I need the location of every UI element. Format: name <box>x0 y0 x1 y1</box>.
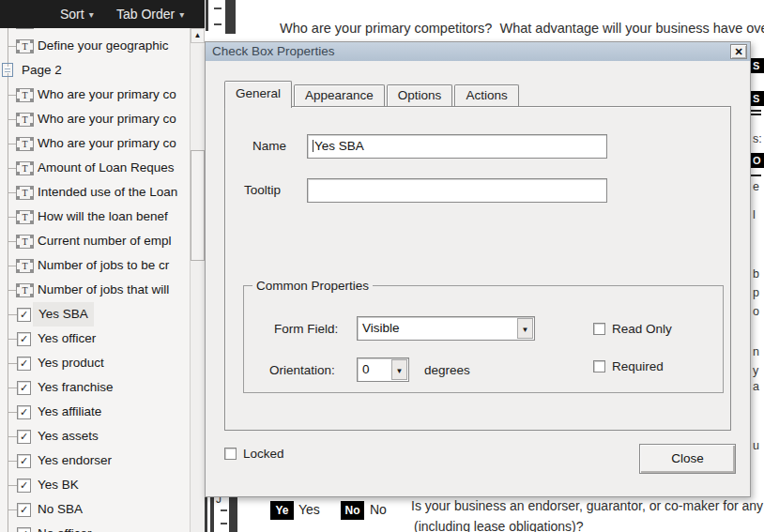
field-tree-label: Who are your primary co <box>38 107 176 131</box>
field-tree-item[interactable]: TAmount of Loan Reques <box>0 156 190 180</box>
field-tree-item[interactable]: Page 2 <box>0 58 190 83</box>
field-tree-item[interactable]: TIntended use of the Loan <box>0 180 190 205</box>
sort-menu-label: Sort <box>60 7 84 22</box>
tab-order-menu-button[interactable]: Tab Order ▾ <box>116 0 184 28</box>
common-properties-title: Common Properties <box>252 279 373 293</box>
field-tree-label: Yes product <box>38 351 104 375</box>
clipped-document-fragment: a <box>753 380 759 393</box>
scrollbar-thumb[interactable] <box>191 150 205 261</box>
field-tree-item[interactable]: ✓No officer <box>0 522 190 532</box>
field-tree-label: Yes officer <box>38 327 96 351</box>
text-field-icon: T <box>16 137 34 151</box>
tab-options[interactable]: Options <box>387 84 453 107</box>
orientation-label: Orientation: <box>269 363 335 377</box>
general-tab-panel: Name Yes SBA Tooltip Common Properties F… <box>224 106 731 431</box>
dialog-tabs: GeneralAppearanceOptionsActions <box>224 82 521 107</box>
tab-appearance[interactable]: Appearance <box>294 84 385 107</box>
text-field-icon: T <box>16 283 34 297</box>
tree-connector <box>8 363 17 364</box>
field-tree-item[interactable]: ✓Yes BK <box>0 473 190 497</box>
form-field-label: Form Field: <box>274 322 338 336</box>
checkbox-field-icon: ✓ <box>17 503 31 517</box>
dialog-close-button[interactable]: ✕ <box>730 44 747 59</box>
tooltip-label: Tooltip <box>244 183 281 197</box>
app-window: Who are your primary competitors? What a… <box>0 0 764 532</box>
field-tree-item[interactable]: TDefine your geographic <box>0 34 190 58</box>
close-icon: ✕ <box>734 46 742 57</box>
field-tree-item[interactable]: ✓Yes product <box>0 351 190 375</box>
field-tree-item[interactable]: ✓Yes SBA <box>0 302 190 327</box>
tree-connector <box>8 509 17 510</box>
field-tree-item[interactable]: THow will the loan benef <box>0 205 190 229</box>
clipped-document-fragment: l <box>753 208 756 221</box>
checkbox-field-icon: ✓ <box>17 479 31 493</box>
field-tree-item[interactable]: ✓Yes affiliate <box>0 400 190 424</box>
chevron-down-icon: ▾ <box>89 9 94 20</box>
field-tree-item[interactable]: ✓Yes assets <box>0 424 190 448</box>
tree-connector <box>8 436 17 437</box>
field-tree-label: Page 2 <box>22 58 62 83</box>
clipped-document-right-strip: SSs:Oelbponyau <box>751 0 764 532</box>
no-checkbox-field[interactable]: No <box>341 501 364 520</box>
required-checkbox[interactable] <box>593 360 605 372</box>
checkbox-field-icon: ✓ <box>17 405 31 419</box>
dropdown-arrow-icon: ▼ <box>396 367 404 375</box>
checkbox-field-icon: ✓ <box>17 454 31 468</box>
field-tree-item[interactable]: ✓Yes franchise <box>0 375 190 400</box>
close-button[interactable]: Close <box>639 444 736 474</box>
checkbox-field-icon: ✓ <box>17 527 31 532</box>
yes-label: Yes <box>298 499 320 520</box>
field-tree-item[interactable]: ✓Yes officer <box>0 327 190 351</box>
tab-general[interactable]: General <box>224 81 292 108</box>
checkbox-field-icon: ✓ <box>17 357 31 371</box>
document-field-bar <box>225 0 236 34</box>
read-only-checkbox[interactable] <box>593 323 605 335</box>
field-tree-item[interactable]: TWho are your primary co <box>0 131 190 156</box>
yes-checkbox-field[interactable]: Ye <box>270 501 294 520</box>
field-tree-label: Yes franchise <box>38 375 114 400</box>
dialog-titlebar[interactable]: Check Box Properties <box>206 42 750 61</box>
field-tree-item[interactable]: TNumber of jobs that will <box>0 278 190 302</box>
field-tree-item[interactable]: TWho are your primary co <box>0 107 190 131</box>
document-question-text: (including lease obligations)? <box>414 519 584 532</box>
dropdown-button[interactable]: ▼ <box>391 359 407 380</box>
sort-menu-button[interactable]: Sort ▾ <box>60 0 94 28</box>
orientation-dropdown[interactable]: 0 ▼ <box>357 357 409 382</box>
tooltip-input[interactable] <box>307 178 607 203</box>
fields-toolbar: Sort ▾ Tab Order ▾ <box>0 0 205 28</box>
field-tree-label: Yes endorser <box>38 448 112 473</box>
field-tree-item[interactable]: TNumber of jobs to be cr <box>0 253 190 278</box>
clipped-document-fragment: s: <box>753 132 762 145</box>
scroll-up-button[interactable]: ▲ <box>191 28 205 43</box>
field-tree-label: Number of jobs that will <box>38 278 169 302</box>
clipped-document-fragment: n <box>753 345 759 358</box>
dropdown-button[interactable]: ▼ <box>517 318 533 339</box>
field-tree-item[interactable]: ✓Yes endorser <box>0 448 190 473</box>
field-tree-item[interactable]: TCurrent number of empl <box>0 229 190 253</box>
clipped-document-fragment: e <box>753 180 759 193</box>
field-tree-item[interactable]: TWho are your primary co <box>0 83 190 107</box>
tab-order-menu-label: Tab Order <box>116 7 175 22</box>
clipped-document-fragment <box>751 175 761 176</box>
name-label: Name <box>252 139 286 153</box>
sidebar-scrollbar[interactable]: ▲ <box>190 28 205 532</box>
document-tick <box>221 509 227 511</box>
common-properties-group: Common Properties Form Field: Visible ▼ … <box>243 285 724 393</box>
fields-tree: TDefine your geographicTDefine your geog… <box>0 28 190 532</box>
chevron-down-icon: ▾ <box>179 9 184 20</box>
form-field-dropdown[interactable]: Visible ▼ <box>357 316 535 341</box>
locked-checkbox[interactable] <box>224 448 237 460</box>
document-edge-bar <box>205 497 207 532</box>
name-input[interactable]: Yes SBA <box>307 134 607 159</box>
field-tree-item[interactable]: ✓No SBA <box>0 497 190 522</box>
text-field-icon: T <box>16 113 34 127</box>
tab-actions[interactable]: Actions <box>454 84 518 107</box>
tree-connector <box>8 314 17 315</box>
document-field-bar <box>229 497 237 532</box>
text-field-icon: T <box>16 28 34 29</box>
read-only-label: Read Only <box>612 317 672 342</box>
degrees-label: degrees <box>424 363 470 377</box>
no-label: No <box>370 499 387 520</box>
checkbox-properties-dialog: Check Box Properties ✕ GeneralAppearance… <box>205 41 751 497</box>
field-tree-label: Who are your primary co <box>38 83 176 107</box>
